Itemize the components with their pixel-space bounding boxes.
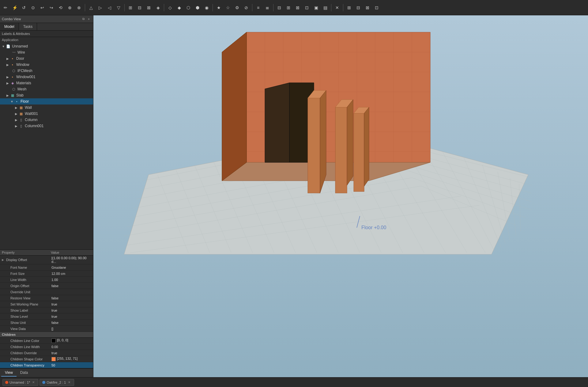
prop-row-children-override[interactable]: Children Override true (0, 350, 93, 356)
status-tab-unnamed-close[interactable]: ✕ (31, 380, 36, 385)
toolbar-btn-sq6[interactable]: ▤ (321, 3, 330, 12)
status-tab-unnamed[interactable]: Unnamed : 1* ✕ (2, 379, 38, 386)
toolbar-btn-hex2[interactable]: ⬢ (193, 3, 202, 12)
prop-row-restore-view[interactable]: Restore View false (0, 295, 93, 301)
tree-item-floor[interactable]: ▼ ▪ Floor (0, 98, 93, 104)
tab-view[interactable]: View (1, 369, 17, 377)
toolbar-btn-menu2[interactable]: ≣ (263, 3, 272, 12)
toolbar-btn-extra1[interactable]: ⊞ (345, 3, 353, 12)
tree-item-unnamed[interactable]: ▼ 📄 Unnamed (0, 43, 93, 49)
toolbar-btn-arrow-r[interactable]: ▷ (96, 3, 104, 12)
prop-value-show-label: true (51, 309, 91, 312)
tree-item-window[interactable]: ▶ ▪ Window (0, 62, 93, 68)
prop-name-origin-offset: Origin Offset (6, 284, 51, 288)
prop-row-set-working-plane[interactable]: Set Working Plane true (0, 301, 93, 307)
toolbar-sep-4 (213, 4, 213, 11)
prop-row-children-line-color[interactable]: Children Line Color [0, 0, 0] (0, 338, 93, 344)
tab-model[interactable]: Model (0, 23, 19, 30)
toolbar-btn-arrow-d[interactable]: ▽ (114, 3, 123, 12)
tree-item-wall001[interactable]: ▶ ▦ Wall001 (0, 111, 93, 117)
prop-row-font-name[interactable]: Font Name Gnuolane (0, 264, 93, 271)
tree-item-slab[interactable]: ▶ ▦ Slab (0, 92, 93, 98)
toolbar-btn-sq5[interactable]: ▣ (312, 3, 320, 12)
toolbar-btn-extra3[interactable]: ⊠ (363, 3, 372, 12)
toolbar-btn-grid2[interactable]: ⊟ (135, 3, 144, 12)
toolbar-btn-circle[interactable]: ⊙ (29, 3, 37, 12)
color-swatch-line[interactable] (51, 339, 56, 343)
tree-item-materials[interactable]: ▶ ◈ Materials (0, 80, 93, 86)
tree-label-slab: Slab (16, 93, 24, 97)
toolbar-btn-extra2[interactable]: ⊟ (354, 3, 363, 12)
toolbar-btn-extra4[interactable]: ⊡ (372, 3, 381, 12)
prop-row-origin-offset[interactable]: Origin Offset false (0, 283, 93, 289)
prop-row-line-width[interactable]: Line Width 1.00 (0, 277, 93, 283)
toolbar-btn-star2[interactable]: ☆ (224, 3, 232, 12)
prop-row-show-unit[interactable]: Show Unit false (0, 320, 93, 326)
prop-row-show-label[interactable]: Show Label true (0, 307, 93, 313)
tab-tasks[interactable]: Tasks (19, 23, 37, 30)
tree-item-door[interactable]: ▶ ▪ Door (0, 55, 93, 62)
toolbar-btn-grid3[interactable]: ⊠ (145, 3, 153, 12)
toolbar-btn-shape2[interactable]: ◆ (175, 3, 183, 12)
prop-row-view-data[interactable]: View Data [] (0, 326, 93, 332)
toolbar-btn-ring[interactable]: ◉ (202, 3, 211, 12)
toolbar-btn-sq1[interactable]: ⊟ (275, 3, 284, 12)
combo-float-btn[interactable]: ⧉ (81, 17, 86, 21)
tree-item-window001[interactable]: ▶ ▪ Window001 (0, 74, 93, 80)
toolbar-btn-grid1[interactable]: ⊞ (126, 3, 135, 12)
toolbar-btn-star1[interactable]: ★ (214, 3, 223, 12)
status-tab-oakfire[interactable]: Oakfire_2 : 1 ✕ (40, 379, 74, 386)
toolbar-btn-sq3[interactable]: ⊠ (293, 3, 302, 12)
prop-row-show-level[interactable]: Show Level true (0, 313, 93, 320)
tree-item-wall[interactable]: ▶ ▦ Wall (0, 104, 93, 111)
tree-label-wire: Wire (17, 50, 25, 55)
tree-icon-column001: ▯ (18, 123, 24, 128)
prop-row-children-shape-color[interactable]: Children Shape Color [255, 132, 71] (0, 356, 93, 362)
prop-row-children-transparency[interactable]: Children Transparency 50 (0, 362, 93, 368)
prop-row-children-line-width[interactable]: Children Line Width 0.00 (0, 344, 93, 350)
toolbar-btn-refresh[interactable]: ⟲ (56, 3, 65, 12)
toolbar-btn-rotate[interactable]: ↺ (20, 3, 28, 12)
toolbar-btn-snap[interactable]: ⚡ (10, 3, 19, 12)
prop-value-origin-offset: false (51, 284, 91, 288)
tree-label-unnamed: Unnamed (12, 44, 28, 48)
toolbar-btn-add[interactable]: ⊕ (66, 3, 74, 12)
tree-item-mesh[interactable]: ⬡ Mesh (0, 86, 93, 92)
prop-row-font-size[interactable]: Font Size 12.00 cm (0, 271, 93, 277)
combo-header-buttons: ⧉ × (81, 17, 91, 21)
toolbar-btn-gear[interactable]: ⚙ (233, 3, 241, 12)
tree-item-ifcmesh[interactable]: ⬡ IFCMesh (0, 68, 93, 74)
tab-data[interactable]: Data (17, 369, 32, 377)
toolbar-btn-hex1[interactable]: ⬡ (184, 3, 193, 12)
prop-name-children-shape-color: Children Shape Color (6, 357, 51, 361)
prop-row-override-unit[interactable]: Override Unit (0, 289, 93, 295)
toolbar-btn-redo[interactable]: ↪ (47, 3, 56, 12)
prop-row-display-offset[interactable]: ▶ Display Offset [(1.00 0.00 0.00); 90.0… (0, 256, 93, 264)
tree-item-column001[interactable]: ▶ ▯ Column001 (0, 123, 93, 129)
toolbar-btn-remove[interactable]: ⊗ (75, 3, 83, 12)
status-dot-unnamed (5, 381, 8, 384)
tree-view[interactable]: ▼ 📄 Unnamed 〰 Wire ▶ ▪ Door ▶ ▪ Window (0, 43, 93, 249)
toolbar-btn-sketch[interactable]: ✏ (1, 3, 10, 12)
toolbar-btn-undo[interactable]: ↩ (38, 3, 47, 12)
toolbar-btn-shape1[interactable]: ◇ (166, 3, 174, 12)
toolbar-btn-close-x[interactable]: ✕ (333, 3, 341, 12)
tree-icon-wall001: ▦ (18, 111, 24, 116)
prop-value-children-transparency: 50 (51, 363, 91, 367)
toolbar-btn-menu1[interactable]: ≡ (254, 3, 262, 12)
tree-item-column[interactable]: ▶ ▯ Column (0, 117, 93, 123)
tree-item-wire[interactable]: 〰 Wire (0, 49, 93, 55)
combo-close-btn[interactable]: × (86, 17, 91, 21)
children-section-header: Children (0, 332, 93, 338)
color-swatch-shape[interactable] (51, 357, 56, 361)
status-tab-oakfire-close[interactable]: ✕ (67, 380, 71, 385)
prop-name-set-working-plane: Set Working Plane (6, 302, 51, 306)
toolbar-btn-triangle[interactable]: △ (87, 3, 95, 12)
toolbar-btn-sq4[interactable]: ⊡ (303, 3, 311, 12)
tree-arrow-wall: ▶ (14, 106, 18, 109)
toolbar-btn-ban[interactable]: ⊘ (242, 3, 251, 12)
svg-marker-65 (347, 100, 353, 185)
toolbar-btn-sq2[interactable]: ⊞ (284, 3, 293, 12)
toolbar-btn-arrow-l[interactable]: ◁ (105, 3, 114, 12)
toolbar-btn-grid4[interactable]: ◈ (154, 3, 162, 12)
